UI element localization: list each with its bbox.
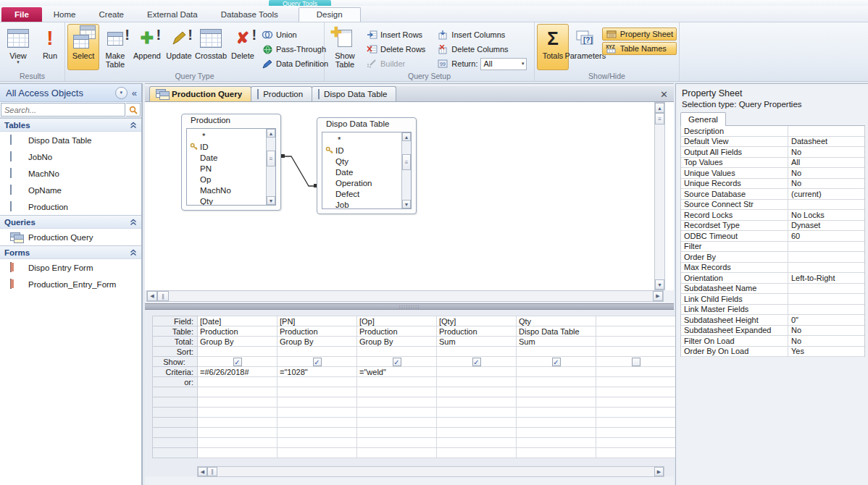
show-checkbox[interactable]: ✓ bbox=[313, 358, 322, 366]
scroll-left-icon[interactable]: ◀ bbox=[147, 291, 157, 301]
scrollbar-thumb[interactable]: ≡ bbox=[655, 113, 664, 125]
grid-cell-total-2[interactable]: Group By bbox=[357, 337, 437, 347]
grid-cell-empty[interactable] bbox=[517, 428, 596, 438]
scrollbar-thumb[interactable]: ≡ bbox=[267, 151, 275, 166]
grid-cell-total-4[interactable]: Sum bbox=[517, 337, 596, 347]
shutter-bar-close-icon[interactable]: « bbox=[130, 88, 138, 98]
grid-cell-empty[interactable] bbox=[277, 448, 357, 458]
property-value[interactable]: No bbox=[788, 326, 864, 336]
scroll-right-icon[interactable]: ▶ bbox=[653, 291, 663, 301]
scroll-down-icon[interactable]: ▼ bbox=[267, 196, 275, 205]
property-value[interactable] bbox=[788, 294, 864, 304]
scroll-down-icon[interactable]: ▼ bbox=[655, 279, 664, 290]
grid-cell-empty[interactable] bbox=[198, 397, 277, 408]
nav-group-header-queries[interactable]: Queries bbox=[0, 215, 141, 229]
tab-database-tools[interactable]: Database Tools bbox=[209, 7, 290, 22]
grid-cell-empty[interactable] bbox=[437, 448, 517, 458]
grid-cell-total-3[interactable]: Sum bbox=[437, 337, 517, 347]
grid-cell-empty[interactable] bbox=[517, 397, 596, 408]
field-row[interactable]: MachNo bbox=[190, 185, 275, 195]
field-row[interactable]: PN bbox=[190, 163, 275, 174]
grid-cell-field-5[interactable] bbox=[596, 316, 676, 326]
property-value[interactable] bbox=[788, 242, 864, 252]
grid-cell-field-0[interactable]: [Date] bbox=[198, 316, 277, 326]
grid-cell-empty[interactable] bbox=[517, 418, 596, 428]
show-table-button[interactable]: ✚ Show Table bbox=[327, 24, 363, 70]
scroll-up-icon[interactable]: ▲ bbox=[402, 132, 411, 141]
grid-cell-empty[interactable] bbox=[437, 438, 517, 448]
grid-cell-table-5[interactable] bbox=[596, 326, 676, 337]
grid-cell-field-3[interactable]: [Qty] bbox=[437, 316, 517, 326]
grid-cell-sort-1[interactable] bbox=[277, 347, 357, 357]
field-row[interactable]: ID bbox=[190, 141, 275, 152]
property-value[interactable]: No bbox=[788, 179, 864, 189]
grid-cell-or-1[interactable] bbox=[277, 377, 357, 387]
tab-create[interactable]: Create bbox=[88, 7, 136, 22]
grid-cell-empty[interactable] bbox=[596, 438, 676, 448]
collapse-group-icon[interactable] bbox=[130, 249, 137, 256]
update-button[interactable]: ! Update bbox=[163, 24, 195, 70]
scroll-down-icon[interactable]: ▼ bbox=[402, 200, 411, 208]
grid-cell-show-1[interactable]: ✓ bbox=[277, 357, 357, 367]
grid-horizontal-scrollbar[interactable]: ◀ ∥ ▶ bbox=[197, 466, 664, 477]
grid-cell-total-0[interactable]: Group By bbox=[198, 337, 277, 347]
grid-cell-criteria-4[interactable] bbox=[517, 367, 596, 377]
nav-item-production-query[interactable]: Production Query bbox=[0, 229, 141, 245]
delete-columns-button[interactable]: Delete Columns bbox=[434, 42, 530, 56]
grid-cell-empty[interactable] bbox=[437, 428, 517, 438]
nav-item-dispo-data-table[interactable]: Dispo Data Table bbox=[0, 132, 141, 148]
field-row[interactable]: Defect bbox=[325, 188, 411, 199]
grid-cell-sort-3[interactable] bbox=[437, 347, 517, 357]
field-row[interactable]: * bbox=[325, 134, 411, 145]
property-value[interactable]: No bbox=[788, 168, 864, 178]
show-checkbox[interactable]: ✓ bbox=[393, 358, 401, 366]
scrollbar-thumb[interactable]: ∥ bbox=[157, 291, 169, 301]
tab-home[interactable]: Home bbox=[42, 7, 88, 22]
property-value[interactable]: No bbox=[788, 147, 864, 157]
grid-cell-empty[interactable] bbox=[437, 418, 517, 428]
field-row[interactable]: Date bbox=[325, 166, 411, 177]
property-value[interactable]: Dynaset bbox=[788, 221, 864, 231]
diagram-horizontal-scrollbar[interactable]: ◀ ∥ ▶ bbox=[146, 290, 664, 302]
grid-cell-empty[interactable] bbox=[198, 408, 277, 418]
delete-rows-button[interactable]: Delete Rows bbox=[363, 42, 428, 56]
grid-cell-empty[interactable] bbox=[357, 428, 437, 438]
tab-general[interactable]: General bbox=[680, 112, 726, 126]
property-value[interactable]: 60 bbox=[788, 231, 864, 241]
grid-cell-table-1[interactable]: Production bbox=[277, 326, 357, 337]
grid-cell-sort-5[interactable] bbox=[596, 347, 676, 357]
grid-cell-empty[interactable] bbox=[596, 387, 676, 397]
property-value[interactable]: All bbox=[788, 158, 864, 168]
property-value[interactable] bbox=[788, 284, 864, 294]
field-row[interactable]: * bbox=[190, 130, 275, 141]
grid-cell-empty[interactable] bbox=[277, 418, 357, 428]
grid-cell-total-1[interactable]: Group By bbox=[277, 337, 357, 347]
property-value[interactable]: No Locks bbox=[788, 210, 864, 220]
property-value[interactable]: 0" bbox=[788, 315, 864, 325]
grid-cell-table-4[interactable]: Dispo Data Table bbox=[517, 326, 596, 337]
grid-cell-empty[interactable] bbox=[596, 397, 676, 408]
field-list-scrollbar[interactable]: ▲≡▼ bbox=[266, 129, 275, 205]
delete-query-button[interactable]: ✘! Delete bbox=[227, 24, 259, 70]
grid-cell-table-3[interactable]: Production bbox=[437, 326, 517, 337]
insert-columns-button[interactable]: Insert Columns bbox=[434, 28, 530, 42]
table-names-button[interactable]: XYZ Table Names bbox=[602, 42, 677, 55]
navigation-pane-header[interactable]: All Access Objects ▾ « bbox=[0, 84, 141, 102]
grid-cell-empty[interactable] bbox=[357, 387, 437, 397]
property-sheet-button[interactable]: Property Sheet bbox=[602, 28, 677, 41]
property-value[interactable]: (current) bbox=[788, 189, 864, 199]
grid-cell-criteria-1[interactable]: ="1028" bbox=[277, 367, 357, 377]
grid-cell-empty[interactable] bbox=[277, 397, 357, 408]
grid-cell-criteria-3[interactable] bbox=[437, 367, 517, 377]
field-list-production[interactable]: Production*IDDatePNOpMachNoQty▲≡▼ bbox=[181, 114, 281, 211]
grid-cell-or-5[interactable] bbox=[596, 377, 676, 387]
nav-item-jobno[interactable]: JobNo bbox=[0, 148, 141, 165]
search-icon[interactable] bbox=[126, 103, 141, 117]
close-document-icon[interactable]: ✕ bbox=[660, 89, 668, 100]
union-button[interactable]: Union bbox=[259, 28, 331, 42]
grid-cell-empty[interactable] bbox=[437, 397, 517, 408]
grid-cell-empty[interactable] bbox=[198, 428, 277, 438]
pass-through-button[interactable]: Pass-Through bbox=[259, 42, 331, 56]
builder-button[interactable]: Builder bbox=[363, 56, 428, 71]
property-value[interactable]: No bbox=[788, 336, 864, 346]
